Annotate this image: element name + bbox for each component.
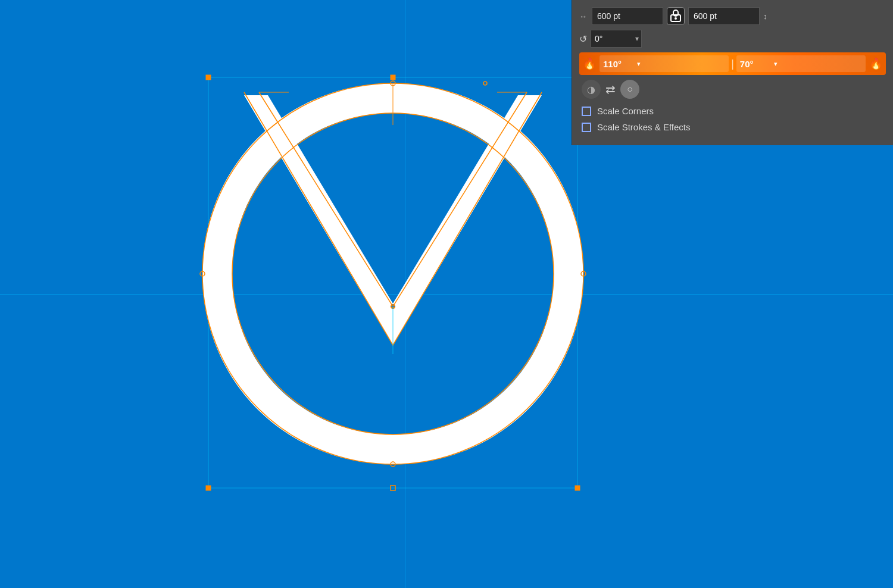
svg-point-10 [232, 113, 554, 434]
height-input[interactable] [688, 7, 760, 25]
rotate-icon: ↺ [579, 33, 587, 45]
angle1-input[interactable] [600, 58, 635, 70]
scale-corners-label: Scale Corners [597, 106, 654, 116]
empty-circle-icon[interactable]: ○ [620, 80, 639, 99]
half-circle-icon[interactable]: ◑ [582, 80, 601, 99]
angle2-input[interactable] [736, 58, 772, 70]
scale-strokes-checkbox[interactable] [582, 123, 591, 132]
divider-icon: | [731, 58, 734, 70]
flame-left-icon: 🔥 [582, 57, 597, 70]
width-input[interactable] [592, 7, 663, 25]
angle2-input-wrap[interactable]: ▾ [736, 55, 866, 72]
artwork-svg [149, 36, 595, 524]
angle-input[interactable] [591, 32, 633, 46]
width-icon: ↔ [579, 12, 587, 21]
dimensions-row: ↔ ↕ [579, 7, 886, 25]
svg-rect-2 [391, 75, 395, 80]
tool-icons-row: ◑ ⇄ ○ [579, 80, 886, 99]
angle1-dropdown[interactable]: ▾ [635, 60, 642, 68]
svg-rect-1 [206, 75, 211, 80]
angle-row: ↺ ▾ [579, 30, 886, 48]
angle2-dropdown[interactable]: ▾ [772, 60, 779, 68]
scale-corners-checkbox[interactable] [582, 107, 591, 116]
angle-input-wrap[interactable]: ▾ [591, 30, 642, 48]
angle-dropdown-arrow[interactable]: ▾ [633, 35, 641, 43]
scale-strokes-label: Scale Strokes & Effects [597, 122, 690, 132]
svg-point-26 [675, 17, 677, 20]
swap-arrows-icon[interactable]: ⇄ [605, 82, 616, 96]
svg-rect-6 [206, 486, 211, 490]
scale-corners-row: Scale Corners [579, 106, 886, 116]
height-icon: ↕ [763, 12, 767, 21]
orange-gradient-bar: 🔥 ▾ | ▾ 🔥 [579, 52, 886, 75]
flame-right-icon: 🔥 [868, 57, 883, 70]
scale-strokes-row: Scale Strokes & Effects [579, 122, 886, 132]
svg-rect-8 [575, 486, 580, 490]
link-proportions-button[interactable] [667, 7, 685, 25]
angle1-input-wrap[interactable]: ▾ [600, 55, 729, 72]
svg-point-19 [483, 82, 487, 85]
properties-panel: ↔ ↕ ↺ ▾ 🔥 ▾ | ▾ [572, 0, 893, 145]
